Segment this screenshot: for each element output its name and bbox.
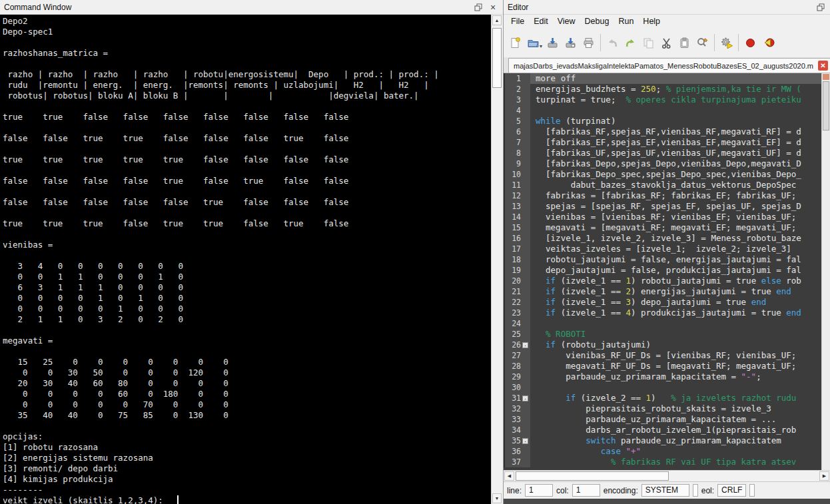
print-icon[interactable]	[580, 33, 598, 53]
code-line-8[interactable]: 8 [fabrikas_UF,spejas_UF,vienibas_UF,meg…	[504, 148, 830, 158]
code-line-13[interactable]: 13 spejas = [spejas_RF, spejas_EF, speja…	[504, 201, 830, 212]
close-icon[interactable]: ✕	[818, 61, 828, 71]
line-number: 14	[512, 212, 521, 222]
status-separator	[749, 484, 755, 497]
code-line-11[interactable]: 11 dabut_bazes_stavoklja_datus_vektorus_…	[504, 180, 830, 190]
line-number: 16	[512, 233, 521, 244]
menu-help[interactable]: Help	[638, 15, 665, 27]
terminal-output[interactable]: Depo2 Depo-spec1 razhoshanas_matrica = r…	[0, 15, 502, 504]
code-line-37[interactable]: 37 % fabrikas RF vai UF tipa katra atsev	[504, 457, 830, 467]
menu-file[interactable]: File	[506, 15, 529, 27]
record-icon[interactable]	[741, 33, 759, 53]
code-line-7[interactable]: 7 [fabrikas_EF,spejas_EF,vienibas_EF,meg…	[504, 137, 830, 148]
cut-icon[interactable]	[657, 33, 675, 53]
code-line-5[interactable]: 5while (turpinat)	[504, 116, 830, 126]
code-text: parbaude_uz_primaram_kapacitatem = "-";	[530, 372, 830, 382]
line-number-gutter: 36	[504, 446, 530, 457]
code-line-12[interactable]: 12 fabrikas = [fabrikas_RF; fabrikas_EF;…	[504, 190, 830, 201]
scrollbar-thumb[interactable]	[492, 28, 502, 88]
copy-icon[interactable]	[639, 33, 657, 53]
code-line-30[interactable]: 30	[504, 382, 830, 393]
line-number: 2	[516, 84, 521, 95]
code-line-18[interactable]: 18 robotu_jautajumi = false, energijas_j…	[504, 254, 830, 265]
fold-marker-icon[interactable]: -	[522, 438, 528, 444]
editor-hscrollbar[interactable]: ◀ ▶	[504, 470, 830, 481]
code-text: if (robotu_jautajumi)	[530, 340, 830, 350]
code-line-25[interactable]: 25 % ROBOTI	[504, 329, 830, 340]
code-line-32[interactable]: 32 pieprasitais_robotu_skaits = izvele_3	[504, 403, 830, 414]
code-line-6[interactable]: 6 [fabrikas_RF,spejas_RF,vienibas_RF,meg…	[504, 126, 830, 137]
editor-titlebar[interactable]: Editor	[504, 0, 830, 15]
scrollbar-thumb[interactable]	[823, 81, 829, 130]
code-line-24[interactable]: 24	[504, 318, 830, 329]
open-dropdown-icon[interactable]: ▾	[540, 43, 542, 49]
code-line-3[interactable]: 3turpinat = true; % operes cikla turpina…	[504, 95, 830, 105]
undock-icon[interactable]	[473, 2, 484, 13]
code-line-28[interactable]: 28 megavati_RF_UF_Ds = [megavati_RF; meg…	[504, 361, 830, 372]
code-line-33[interactable]: 33 parbaude_uz_primaram_kapacitatem = ..…	[504, 414, 830, 425]
code-area[interactable]: 1more off2energijas_budzhets = 250; % pi…	[504, 73, 830, 470]
line-number-gutter: 22	[504, 297, 530, 308]
code-text: if (izvele_1 == 1) robotu_jautajumi = tr…	[530, 276, 830, 286]
terminal-scrollbar[interactable]: ▲ ▼	[491, 15, 502, 504]
code-line-16[interactable]: 16 [izvele_1, izvele_2, izvele_3] = Mene…	[504, 233, 830, 244]
code-line-17[interactable]: 17 veiktas_izveles = [izvele_1; izvele_2…	[504, 244, 830, 254]
menu-debug[interactable]: Debug	[580, 15, 614, 27]
line-number-gutter: 32	[504, 403, 530, 414]
code-line-10[interactable]: 10 [fabrikas_Depo_spec,spejas_Depo_spec,…	[504, 169, 830, 180]
scrollbar-thumb[interactable]	[516, 471, 669, 481]
menu-run[interactable]: Run	[614, 15, 638, 27]
code-line-20[interactable]: 20 if (izvele_1 == 1) robotu_jautajumi =…	[504, 276, 830, 286]
code-line-19[interactable]: 19 depo_jautajumi = false, produkcijas_j…	[504, 265, 830, 276]
scroll-left-icon[interactable]: ◀	[504, 471, 514, 481]
eol-value: CRLF	[717, 484, 746, 497]
save-as-icon[interactable]	[562, 33, 580, 53]
menu-view[interactable]: View	[553, 15, 580, 27]
code-line-31[interactable]: 31- if (izvele_2 == 1) % ja izvelets raz…	[504, 393, 830, 403]
code-line-23[interactable]: 23 if (izvele_1 == 4) produkcijas_jautaj…	[504, 308, 830, 318]
command-window-titlebar[interactable]: Command Window ×	[0, 0, 502, 15]
line-number: 29	[512, 372, 521, 382]
menu-edit[interactable]: Edit	[529, 15, 553, 27]
terminal[interactable]: Depo2 Depo-spec1 razhoshanas_matrica = r…	[0, 15, 502, 504]
scroll-down-icon[interactable]: ▼	[492, 493, 502, 503]
close-icon[interactable]: ×	[488, 2, 498, 13]
redo-icon[interactable]	[622, 33, 639, 53]
code-line-14[interactable]: 14 vienibas = [vienibas_RF; vienibas_EF;…	[504, 212, 830, 222]
editor-title: Editor	[508, 3, 811, 12]
scroll-right-icon[interactable]: ▶	[819, 471, 829, 481]
undock-icon[interactable]	[815, 2, 826, 13]
code-line-29[interactable]: 29 parbaude_uz_primaram_kapacitatem = "-…	[504, 372, 830, 382]
save-icon[interactable]	[544, 33, 562, 53]
line-number: 22	[512, 297, 521, 308]
code-line-34[interactable]: 34 darbs_ar_robotu_izvelem_1(pieprasitai…	[504, 425, 830, 435]
code-line-9[interactable]: 9 [fabrikas_Depo,spejas_Depo,vienibas_De…	[504, 158, 830, 169]
line-number-gutter: 1	[504, 73, 530, 84]
undo-icon[interactable]	[604, 33, 622, 53]
fold-marker-icon[interactable]: -	[522, 342, 528, 348]
line-number: 1	[516, 73, 521, 84]
run-script-icon[interactable]	[717, 33, 735, 53]
editor-vscrollbar[interactable]	[821, 73, 830, 470]
code-line-22[interactable]: 22 if (izvele_1 == 3) depo_jautajumi = t…	[504, 297, 830, 308]
new-script-icon[interactable]	[506, 33, 524, 53]
code-line-27[interactable]: 27 vienibas_RF_UF_Ds = [vienibas_RF; vie…	[504, 350, 830, 361]
code-line-36[interactable]: 36 case "+"	[504, 446, 830, 457]
status-separator	[693, 484, 698, 497]
fold-marker-icon[interactable]: -	[522, 395, 528, 401]
editor-tab[interactable]: majasDarbs_ievadsMaksligaIntelektaPamato…	[508, 58, 830, 73]
scroll-up-icon[interactable]: ▲	[492, 15, 502, 25]
bottom-panel-edge	[504, 499, 830, 504]
code-line-21[interactable]: 21 if (izvele_1 == 2) energijas_jautajum…	[504, 286, 830, 297]
find-replace-icon[interactable]	[693, 33, 711, 53]
code-line-26[interactable]: 26- if (robotu_jautajumi)	[504, 340, 830, 350]
paste-icon[interactable]	[675, 33, 693, 53]
line-number: 13	[512, 201, 521, 212]
run-resume-icon[interactable]	[759, 33, 777, 53]
code-line-35[interactable]: 35- switch parbaude_uz_primaram_kapacita…	[504, 435, 830, 446]
code-line-2[interactable]: 2energijas_budzhets = 250; % pienjemsim,…	[504, 84, 830, 95]
code-line-1[interactable]: 1more off	[504, 73, 830, 84]
code-line-15[interactable]: 15 megavati = [megavati_RF; megavati_EF;…	[504, 222, 830, 233]
code-line-4[interactable]: 4	[504, 105, 830, 116]
code-text: energijas_budzhets = 250; % pienjemsim,k…	[530, 84, 830, 95]
